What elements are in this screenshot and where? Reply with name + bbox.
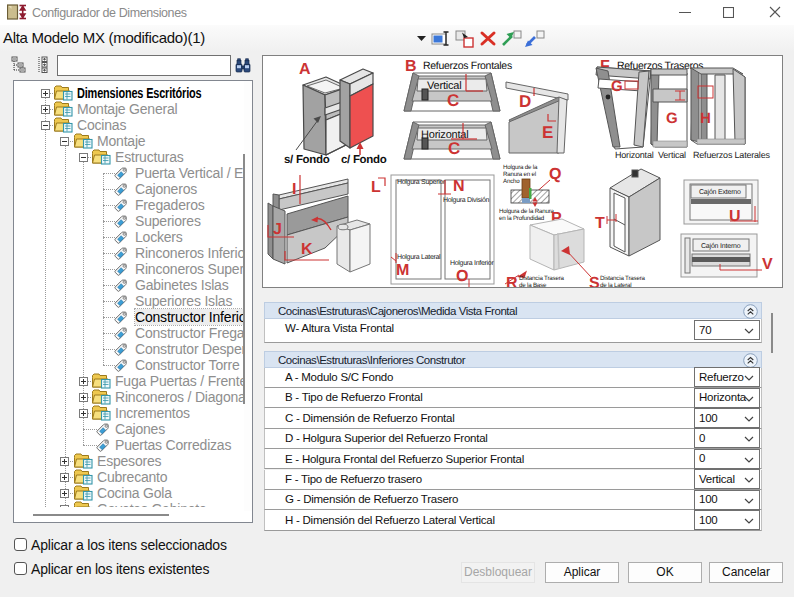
svg-text:C: C bbox=[448, 139, 460, 158]
svg-text:en la Profundidad: en la Profundidad bbox=[499, 215, 545, 222]
svg-text:Cajón Externo: Cajón Externo bbox=[699, 188, 741, 196]
svg-text:V: V bbox=[762, 256, 773, 273]
svg-text:s/ Fondo: s/ Fondo bbox=[284, 154, 330, 166]
svg-text:J: J bbox=[273, 221, 282, 238]
svg-text:G: G bbox=[611, 78, 623, 95]
svg-text:Holgura Inferior: Holgura Inferior bbox=[450, 259, 494, 267]
svg-text:Holgura Superior: Holgura Superior bbox=[397, 178, 446, 186]
svg-text:E: E bbox=[542, 123, 553, 142]
svg-text:U: U bbox=[729, 208, 741, 225]
svg-text:N: N bbox=[453, 178, 465, 195]
svg-text:H: H bbox=[700, 110, 711, 127]
svg-text:T: T bbox=[595, 215, 605, 232]
svg-text:L: L bbox=[371, 179, 381, 196]
svg-text:de la Base: de la Base bbox=[519, 282, 547, 287]
svg-text:Holgura de la Ranura: Holgura de la Ranura bbox=[499, 208, 555, 215]
svg-text:de la Lateral: de la Lateral bbox=[600, 282, 631, 287]
svg-text:Vertical: Vertical bbox=[658, 150, 686, 160]
svg-text:B: B bbox=[405, 58, 417, 75]
svg-text:Holgura de la: Holgura de la bbox=[503, 164, 538, 171]
svg-text:Distancia Trasera: Distancia Trasera bbox=[519, 275, 565, 282]
svg-text:C: C bbox=[447, 91, 459, 110]
svg-text:O: O bbox=[456, 268, 468, 285]
svg-text:c/ Fondo: c/ Fondo bbox=[341, 154, 387, 166]
svg-text:R: R bbox=[506, 275, 518, 287]
svg-text:G: G bbox=[666, 110, 678, 127]
svg-text:Holgura Lateral: Holgura Lateral bbox=[397, 253, 441, 261]
svg-text:Holgura División: Holgura División bbox=[443, 196, 490, 204]
svg-text:Ancho: Ancho bbox=[503, 178, 520, 185]
svg-text:Ranura en el: Ranura en el bbox=[503, 171, 536, 178]
svg-text:S: S bbox=[589, 275, 600, 287]
svg-text:A: A bbox=[299, 61, 311, 78]
svg-text:K: K bbox=[301, 241, 313, 258]
svg-text:Refuerzos Frontales: Refuerzos Frontales bbox=[423, 60, 512, 72]
svg-text:I: I bbox=[292, 181, 296, 198]
svg-text:Horizontal: Horizontal bbox=[615, 150, 654, 160]
svg-text:Cajón Interno: Cajón Interno bbox=[701, 242, 741, 250]
svg-text:Distancia Trasera: Distancia Trasera bbox=[600, 275, 646, 282]
svg-text:Q: Q bbox=[549, 166, 561, 183]
svg-text:Refuerzos Laterales: Refuerzos Laterales bbox=[693, 150, 770, 160]
svg-text:D: D bbox=[519, 92, 531, 111]
svg-text:M: M bbox=[396, 262, 409, 279]
